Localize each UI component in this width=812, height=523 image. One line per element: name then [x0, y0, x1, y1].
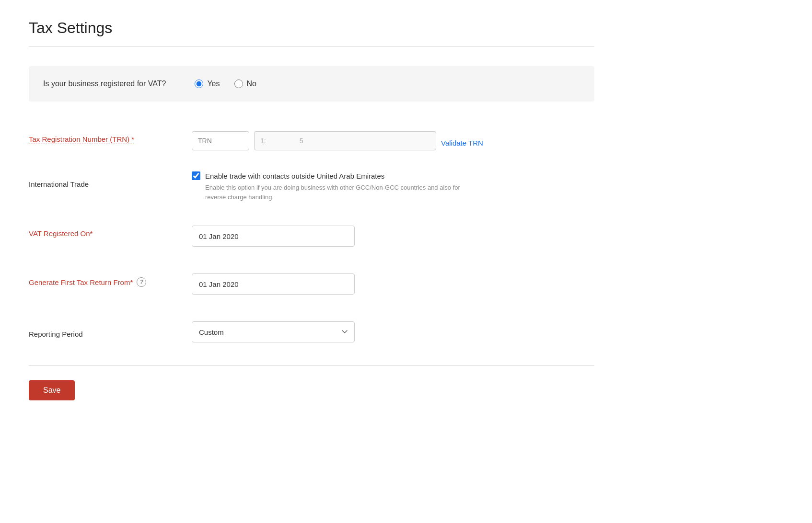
reporting-period-control-area: Monthly Quarterly Custom: [192, 321, 594, 342]
vat-radio-group: Yes No: [195, 80, 256, 88]
reporting-period-row: Reporting Period Monthly Quarterly Custo…: [29, 308, 594, 356]
international-trade-label-wrapper: International Trade: [29, 171, 192, 189]
international-trade-row: International Trade Enable trade with co…: [29, 161, 594, 212]
vat-registered-on-input[interactable]: [192, 226, 355, 247]
vat-registered-on-label: VAT Registered On*: [29, 229, 93, 238]
generate-first-tax-return-control-area: [192, 273, 594, 295]
vat-registered-on-label-wrapper: VAT Registered On*: [29, 226, 192, 238]
form-section: Tax Registration Number (TRN) * Validate…: [29, 121, 594, 356]
bottom-divider: [29, 365, 594, 366]
international-trade-checkbox-area: Enable trade with contacts outside Unite…: [192, 171, 474, 202]
vat-registered-on-row: VAT Registered On*: [29, 212, 594, 260]
vat-registered-on-control-area: [192, 226, 594, 247]
reporting-period-select[interactable]: Monthly Quarterly Custom: [192, 321, 355, 342]
trn-label-wrapper: Tax Registration Number (TRN) *: [29, 131, 192, 144]
actions-area: Save: [29, 380, 594, 400]
trn-number-input[interactable]: [254, 131, 436, 150]
generate-first-tax-return-row: Generate First Tax Return From* ?: [29, 260, 594, 308]
generate-first-tax-return-label-group: Generate First Tax Return From* ?: [29, 277, 146, 287]
vat-no-label: No: [247, 80, 256, 88]
international-trade-checkbox[interactable]: [192, 171, 200, 180]
reporting-period-label-wrapper: Reporting Period: [29, 321, 192, 339]
international-trade-checkbox-text: Enable trade with contacts outside Unite…: [205, 172, 384, 180]
trn-type-input[interactable]: [192, 131, 249, 150]
page-title: Tax Settings: [29, 19, 594, 37]
top-divider: [29, 46, 594, 47]
international-trade-control-area: Enable trade with contacts outside Unite…: [192, 171, 594, 202]
vat-yes-label: Yes: [207, 80, 220, 88]
save-button[interactable]: Save: [29, 380, 75, 400]
generate-first-tax-return-label-wrapper: Generate First Tax Return From* ?: [29, 273, 192, 287]
validate-trn-link[interactable]: Validate TRN: [441, 135, 483, 147]
trn-control-area: Validate TRN: [192, 131, 594, 150]
vat-no-radio[interactable]: [234, 80, 243, 88]
vat-question-box: Is your business registered for VAT? Yes…: [29, 66, 594, 102]
generate-first-tax-return-label: Generate First Tax Return From*: [29, 278, 133, 286]
international-trade-checkbox-label[interactable]: Enable trade with contacts outside Unite…: [192, 171, 474, 180]
trn-row: Tax Registration Number (TRN) * Validate…: [29, 121, 594, 161]
trn-label: Tax Registration Number (TRN) *: [29, 135, 134, 144]
reporting-period-label: Reporting Period: [29, 325, 192, 339]
vat-no-option[interactable]: No: [234, 80, 256, 88]
help-icon[interactable]: ?: [137, 277, 146, 287]
international-trade-hint: Enable this option if you are doing busi…: [205, 183, 474, 202]
vat-yes-radio[interactable]: [195, 80, 203, 88]
generate-first-tax-return-input[interactable]: [192, 273, 355, 295]
international-trade-label: International Trade: [29, 175, 192, 189]
vat-question-label: Is your business registered for VAT?: [43, 80, 166, 88]
vat-yes-option[interactable]: Yes: [195, 80, 220, 88]
